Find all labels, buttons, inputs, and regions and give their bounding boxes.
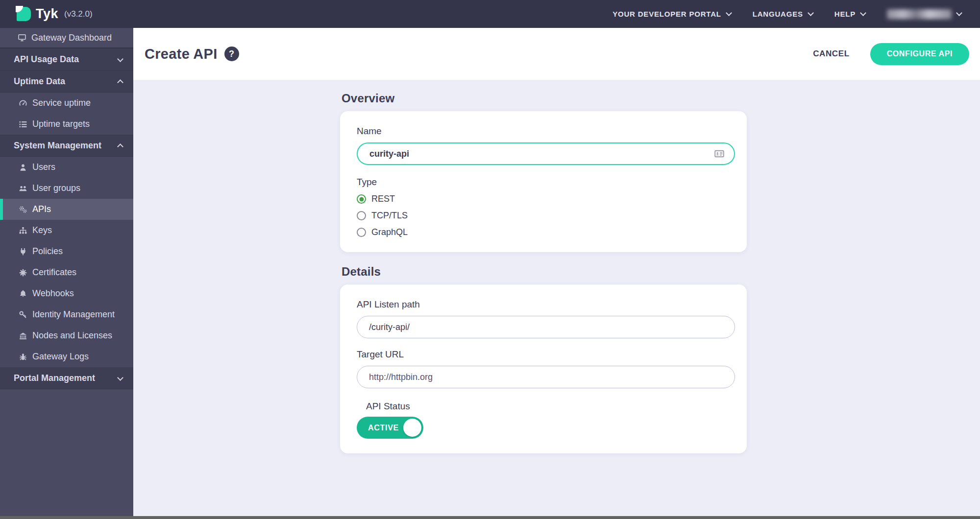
type-label: Type [357,177,734,188]
sidebar-item-nodes-and-licenses[interactable]: Nodes and Licenses [0,325,133,346]
sidebar-item-users[interactable]: Users [0,157,133,178]
sidebar-section-label: Uptime Data [14,76,65,87]
topbar-menu: YOUR DEVELOPER PORTAL LANGUAGES HELP [612,9,980,19]
api-status-toggle[interactable]: ACTIVE [357,417,423,439]
version-label: (v3.2.0) [64,9,93,19]
details-heading: Details [342,265,747,279]
configure-api-button[interactable]: CONFIGURE API [870,43,969,65]
tyk-logo[interactable]: Tyk (v3.2.0) [0,6,93,22]
sidebar-item-policies[interactable]: Policies [0,241,133,262]
cogs-icon [19,205,27,214]
chevron-down-icon [726,10,732,16]
user-menu[interactable] [887,9,961,19]
target-url-label: Target URL [357,349,734,360]
sidebar-item-gateway-dashboard[interactable]: Gateway Dashboard [0,28,133,48]
sidebar-section-label: Portal Management [14,373,95,383]
radio-selected-icon[interactable] [357,194,366,204]
chevron-down-icon [956,10,962,16]
main-area: Create API ? CANCEL CONFIGURE API Overvi… [133,28,980,519]
radio-label: REST [371,194,395,204]
sidebar-item-label: Keys [32,225,52,236]
brand-name: Tyk [36,6,58,22]
user-icon [19,163,27,172]
sidebar-section-api-usage-data[interactable]: API Usage Data [0,48,133,71]
help-icon[interactable]: ? [224,47,239,61]
radio-option-tcp-tls[interactable]: TCP/TLS [357,211,734,221]
chevron-down-icon [860,10,866,16]
bell-icon [19,289,27,298]
sidebar-item-label: User groups [32,183,80,193]
type-block: Type REST TCP/TLS GraphQL [357,177,734,237]
sidebar-item-label: Service uptime [32,98,91,108]
key-icon [19,310,27,319]
bug-icon [19,353,27,361]
sidebar-item-gateway-logs[interactable]: Gateway Logs [0,346,133,367]
sidebar-item-label: Users [32,162,55,172]
page-title: Create API [145,46,218,62]
monitor-icon [18,33,26,42]
sidebar-item-identity-management[interactable]: Identity Management [0,304,133,325]
chevron-up-icon [117,79,123,86]
sidebar-item-label: Gateway Dashboard [31,33,112,43]
developer-portal-menu[interactable]: YOUR DEVELOPER PORTAL [612,10,731,18]
sidebar-item-label: Nodes and Licenses [32,330,112,341]
listen-path-input[interactable] [357,316,735,338]
content: Overview Name Type REST [133,80,980,519]
radio-unselected-icon[interactable] [357,211,366,220]
sidebar-item-keys[interactable]: Keys [0,220,133,241]
sidebar-item-certificates[interactable]: Certificates [0,262,133,283]
sidebar-section-label: System Management [14,141,101,151]
chevron-down-icon [117,375,123,381]
name-input[interactable] [357,142,735,165]
developer-portal-label: YOUR DEVELOPER PORTAL [612,10,721,18]
sidebar-item-label: Gateway Logs [32,352,89,362]
chevron-down-icon [808,10,814,16]
list-icon [19,120,27,129]
toggle-knob[interactable] [403,419,421,437]
plug-icon [19,247,27,256]
header-actions: CANCEL CONFIGURE API [813,43,969,65]
radio-option-graphql[interactable]: GraphQL [357,227,734,237]
user-name-blurred [887,9,952,19]
overview-heading: Overview [342,92,747,105]
sidebar-item-apis[interactable]: APIs [0,199,133,220]
languages-label: LANGUAGES [753,10,803,18]
sidebar-section-uptime-data[interactable]: Uptime Data [0,71,133,93]
languages-menu[interactable]: LANGUAGES [753,10,813,18]
toggle-active-label: ACTIVE [357,424,399,432]
bank-icon [19,331,27,340]
target-url-input[interactable] [357,366,735,388]
sidebar-item-label: Uptime targets [32,119,90,129]
sidebar-item-uptime-targets[interactable]: Uptime targets [0,114,133,135]
help-menu[interactable]: HELP [834,10,865,18]
listen-path-input-wrap [357,316,734,338]
radio-option-rest[interactable]: REST [357,194,734,204]
sidebar: Gateway Dashboard API Usage Data Uptime … [0,28,133,519]
gauge-icon [19,99,27,108]
overview-card: Name Type REST TCP/TLS [340,111,747,252]
sidebar-section-label: API Usage Data [14,54,79,65]
target-url-input-wrap [357,366,734,388]
sidebar-section-system-management[interactable]: System Management [0,135,133,157]
details-card: API Listen path Target URL API Status AC… [340,284,747,453]
sidebar-item-label: Webhooks [32,288,74,299]
api-status-label: API Status [366,401,734,412]
sitemap-icon [19,226,27,235]
radio-label: TCP/TLS [371,211,408,221]
sidebar-item-label: APIs [32,204,51,214]
radio-label: GraphQL [371,227,408,237]
radio-unselected-icon[interactable] [357,228,366,237]
sidebar-item-webhooks[interactable]: Webhooks [0,283,133,304]
sidebar-item-label: Policies [32,246,63,257]
tyk-leaf-icon [17,7,31,21]
id-card-icon [714,149,724,159]
cancel-button[interactable]: CANCEL [813,49,849,59]
chevron-up-icon [117,143,123,150]
window-bottom-edge [0,516,980,519]
sidebar-item-label: Identity Management [32,309,115,320]
sidebar-section-portal-management[interactable]: Portal Management [0,367,133,389]
sidebar-item-service-uptime[interactable]: Service uptime [0,93,133,114]
name-input-wrap [357,142,734,165]
sidebar-item-user-groups[interactable]: User groups [0,178,133,199]
name-label: Name [357,126,734,137]
